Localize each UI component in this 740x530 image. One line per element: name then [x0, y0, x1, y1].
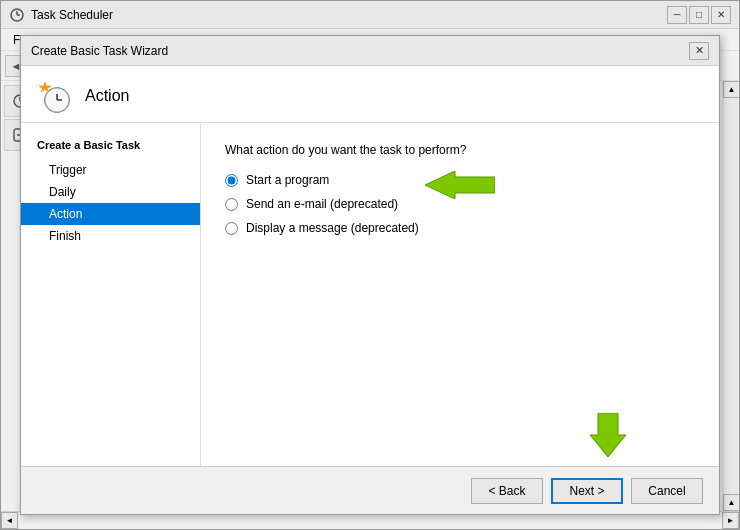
dialog-close-button[interactable]: ✕: [689, 42, 709, 60]
minimize-button[interactable]: ─: [667, 6, 687, 24]
dialog-footer: < Back Next > Cancel: [21, 466, 719, 514]
window-controls: ─ □ ✕: [667, 6, 731, 24]
radio-label-start-program: Start a program: [246, 173, 329, 187]
scroll-up-button[interactable]: ▲: [723, 81, 739, 98]
outer-wrapper: Task Scheduler ─ □ ✕ File ◄ ►: [0, 0, 740, 530]
radio-group: Start a program Send an e-mail (deprecat…: [225, 173, 695, 235]
dialog-header: Action: [21, 66, 719, 123]
scroll-left-button[interactable]: ◄: [1, 512, 18, 529]
app-icon: [9, 7, 25, 23]
close-button[interactable]: ✕: [711, 6, 731, 24]
scroll-track[interactable]: [723, 98, 739, 494]
wizard-question: What action do you want the task to perf…: [225, 143, 695, 157]
wizard-item-action[interactable]: Action: [21, 203, 200, 225]
outer-titlebar: Task Scheduler ─ □ ✕: [1, 1, 739, 29]
next-button[interactable]: Next >: [551, 478, 623, 504]
dialog: Create Basic Task Wizard ✕ Action: [20, 35, 720, 515]
dialog-titlebar: Create Basic Task Wizard ✕: [21, 36, 719, 66]
radio-send-email[interactable]: [225, 198, 238, 211]
wizard-item-finish[interactable]: Finish: [21, 225, 200, 247]
app-title: Task Scheduler: [31, 8, 667, 22]
annotation-arrow-down: [590, 413, 626, 460]
radio-item-start-program[interactable]: Start a program: [225, 173, 329, 187]
wizard-item-daily[interactable]: Daily: [21, 181, 200, 203]
right-scrollbar: ▲ ▲: [722, 81, 739, 511]
radio-start-program[interactable]: [225, 174, 238, 187]
wizard-item-trigger[interactable]: Trigger: [21, 159, 200, 181]
wizard-content: What action do you want the task to perf…: [201, 123, 719, 466]
svg-marker-14: [590, 413, 626, 457]
radio-label-send-email: Send an e-mail (deprecated): [246, 197, 398, 211]
wizard-nav: Create a Basic Task Trigger Daily Action…: [21, 123, 201, 466]
dialog-header-icon: [37, 78, 73, 114]
scroll-right-button[interactable]: ►: [722, 512, 739, 529]
dialog-header-title: Action: [85, 87, 129, 105]
radio-item-display-message[interactable]: Display a message (deprecated): [225, 221, 695, 235]
cancel-button[interactable]: Cancel: [631, 478, 703, 504]
back-button[interactable]: < Back: [471, 478, 543, 504]
dialog-title: Create Basic Task Wizard: [31, 44, 689, 58]
annotation-arrow: [425, 171, 495, 202]
wizard-section-title: Create a Basic Task: [21, 135, 200, 155]
radio-label-display-message: Display a message (deprecated): [246, 221, 419, 235]
maximize-button[interactable]: □: [689, 6, 709, 24]
scroll-down-button2[interactable]: ▲: [723, 494, 739, 511]
radio-display-message[interactable]: [225, 222, 238, 235]
svg-marker-13: [425, 171, 495, 199]
